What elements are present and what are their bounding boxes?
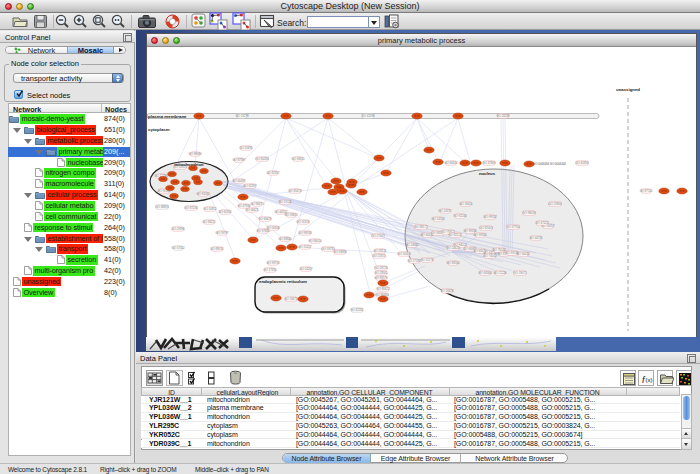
svg-text:GO:82063: GO:82063	[480, 226, 493, 230]
svg-text:GO:15695: GO:15695	[240, 146, 253, 150]
svg-text:GO:83579: GO:83579	[375, 276, 388, 280]
svg-text:GO:42098: GO:42098	[362, 114, 375, 118]
svg-text:GO:97841: GO:97841	[257, 229, 270, 233]
svg-text:GO:17331: GO:17331	[264, 268, 277, 272]
svg-text:(x): (x)	[646, 377, 653, 383]
svg-text:GO:86622: GO:86622	[377, 287, 390, 291]
svg-text:GO:87110: GO:87110	[640, 189, 653, 193]
svg-text:GO:74042: GO:74042	[484, 254, 497, 258]
svg-text:GO:28726: GO:28726	[375, 266, 388, 270]
svg-text:GO:21226: GO:21226	[494, 271, 507, 275]
svg-text:GO:19071: GO:19071	[514, 271, 527, 275]
svg-text:GO:21915: GO:21915	[373, 254, 386, 258]
svg-text:GO:57447: GO:57447	[372, 234, 385, 238]
svg-text:GO:82512: GO:82512	[449, 233, 462, 237]
svg-text:GO:99593: GO:99593	[299, 231, 312, 235]
svg-text:GO:28131: GO:28131	[374, 249, 387, 253]
svg-text:GO:24662: GO:24662	[406, 243, 419, 247]
svg-text:GO:59615: GO:59615	[292, 157, 305, 161]
svg-text:GO:37760: GO:37760	[507, 225, 520, 229]
svg-text:GO:98039: GO:98039	[523, 211, 536, 215]
svg-text:endoplasmic reticulum: endoplasmic reticulum	[259, 279, 307, 284]
svg-text:unassigned: unassigned	[616, 87, 640, 92]
svg-text:GO:59823: GO:59823	[285, 213, 298, 217]
svg-text:GO:18675: GO:18675	[285, 297, 298, 301]
svg-text:GO:62581: GO:62581	[351, 308, 364, 312]
svg-text:GO:96673: GO:96673	[251, 202, 264, 206]
svg-text:GO:14207: GO:14207	[300, 267, 313, 271]
svg-text:GO:38893: GO:38893	[156, 205, 169, 209]
svg-text:GO:98696: GO:98696	[189, 152, 202, 156]
svg-text:GO:83563: GO:83563	[197, 192, 210, 196]
svg-text:GO:25860: GO:25860	[549, 202, 562, 206]
svg-text:GO:99733: GO:99733	[267, 261, 280, 265]
svg-text:GO:38221: GO:38221	[203, 220, 216, 224]
svg-text:GO:46421: GO:46421	[246, 208, 259, 212]
svg-text:GO:24621: GO:24621	[447, 246, 460, 250]
svg-text:GO:28289: GO:28289	[497, 114, 510, 118]
svg-text:GO:89840: GO:89840	[279, 237, 292, 241]
svg-text:GO:19116: GO:19116	[279, 200, 292, 204]
svg-text:GO:80284: GO:80284	[256, 157, 269, 161]
svg-text:GO:99192: GO:99192	[484, 215, 497, 219]
svg-text:GO:28301: GO:28301	[375, 271, 388, 275]
svg-text:GO:69429: GO:69429	[259, 217, 272, 221]
svg-text:GO:10851: GO:10851	[204, 207, 217, 211]
svg-text:GO:82357: GO:82357	[267, 171, 280, 175]
svg-text:GO:24371: GO:24371	[439, 209, 452, 213]
svg-text:GO:23396: GO:23396	[172, 227, 185, 231]
svg-text:GO:54313: GO:54313	[432, 217, 445, 221]
svg-text:GO:39451: GO:39451	[460, 202, 473, 206]
svg-text:GO:31319: GO:31319	[297, 220, 310, 224]
svg-text:GO:31174: GO:31174	[421, 258, 434, 262]
svg-text:GO:31417: GO:31417	[299, 245, 312, 249]
svg-text:GO:37869: GO:37869	[483, 161, 496, 165]
svg-text:GO:80010: GO:80010	[309, 239, 322, 243]
svg-text:GO:84364: GO:84364	[479, 271, 492, 275]
svg-text:GO:0044464 GO:0044444: GO:0044464 GO:0044444	[533, 162, 566, 166]
svg-text:GO:57052: GO:57052	[172, 246, 185, 250]
svg-text:GO:89131: GO:89131	[211, 247, 224, 251]
svg-text:GO:47930: GO:47930	[238, 204, 251, 208]
svg-text:GO:88504: GO:88504	[447, 261, 460, 265]
svg-text:GO:67422: GO:67422	[536, 221, 549, 225]
svg-text:GO:88172: GO:88172	[415, 225, 428, 229]
svg-text:mitochondrion: mitochondrion	[174, 162, 204, 167]
svg-text:GO:17592: GO:17592	[408, 259, 421, 263]
svg-text:GO:40495: GO:40495	[233, 179, 246, 183]
svg-text:GO:93886: GO:93886	[334, 250, 347, 254]
svg-text:GO:26828: GO:26828	[441, 289, 454, 293]
svg-text:GO:84341: GO:84341	[445, 161, 458, 165]
svg-text:GO:92397: GO:92397	[244, 184, 257, 188]
svg-text:GO:61856: GO:61856	[576, 161, 589, 165]
svg-text:GO:92240: GO:92240	[454, 214, 467, 218]
svg-text:GO:65392: GO:65392	[219, 210, 232, 214]
svg-text:GO:44741: GO:44741	[530, 236, 543, 240]
svg-text:plasma membrane: plasma membrane	[148, 114, 187, 119]
svg-text:GO:59797: GO:59797	[216, 231, 229, 235]
svg-text:GO:30032: GO:30032	[517, 252, 530, 256]
svg-text:nucleus: nucleus	[479, 171, 496, 176]
svg-text:GO:85674: GO:85674	[289, 189, 302, 193]
svg-text:GO:50306: GO:50306	[398, 252, 411, 256]
svg-text:GO:99353: GO:99353	[474, 233, 487, 237]
svg-text:cytoplasm: cytoplasm	[148, 127, 170, 132]
svg-text:GO:87236: GO:87236	[185, 206, 198, 210]
svg-text:GO:13278: GO:13278	[236, 114, 249, 118]
svg-text:GO:87397: GO:87397	[233, 158, 246, 162]
